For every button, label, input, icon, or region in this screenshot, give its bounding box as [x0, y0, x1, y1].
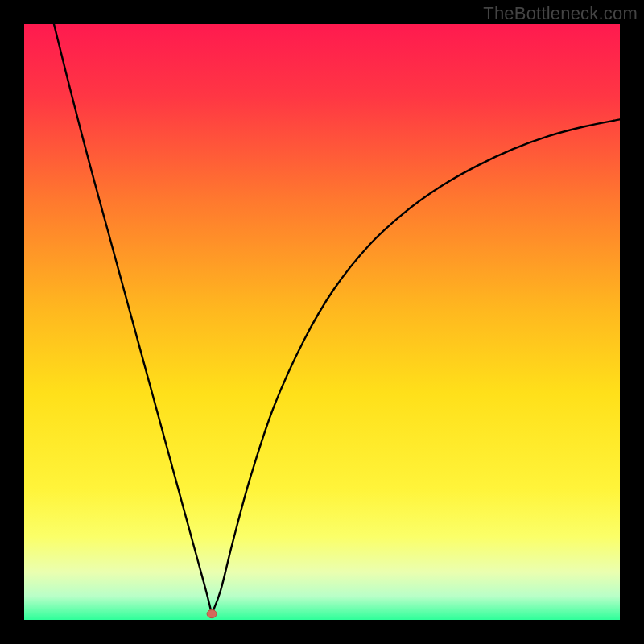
minimum-marker: [207, 610, 217, 618]
watermark-text: TheBottleneck.com: [483, 3, 638, 24]
gradient-background: [24, 24, 620, 620]
chart-frame: [24, 24, 620, 620]
bottleneck-curve-plot: [24, 24, 620, 620]
